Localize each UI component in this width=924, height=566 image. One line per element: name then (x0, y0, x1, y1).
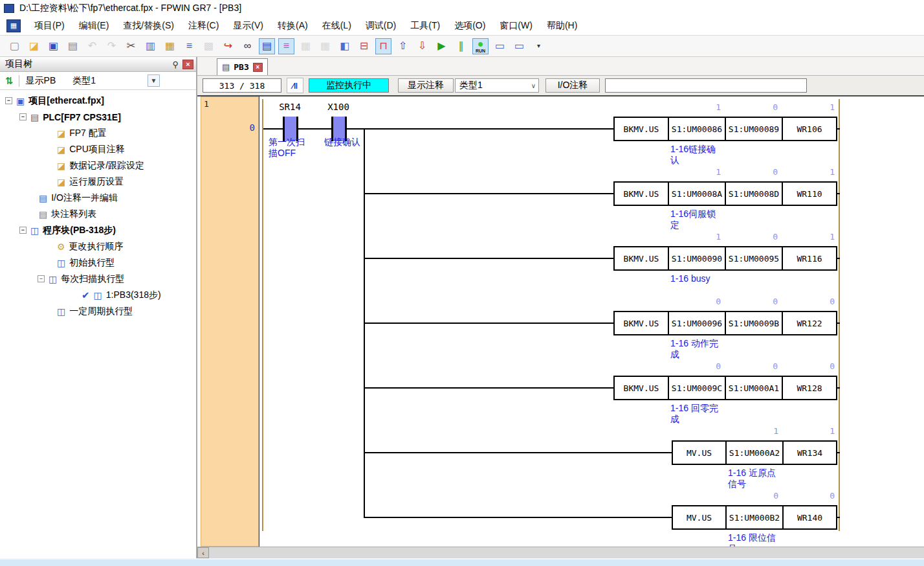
menu-find-replace[interactable]: 查找/替换(S) (116, 17, 181, 34)
operand-cell[interactable]: S1:UM0008A (668, 181, 726, 206)
expander-icon[interactable]: − (19, 113, 27, 120)
jump-icon[interactable]: ↪ (220, 38, 236, 54)
scroll-left-icon[interactable]: ‹ (197, 547, 209, 558)
new-file-icon[interactable]: ▢ (6, 38, 23, 54)
operand-cell[interactable]: S1:UM000B2 (725, 505, 784, 530)
tree-node-program-blocks[interactable]: − ◫ 程序块(PB-318步) (0, 222, 196, 238)
expander-icon[interactable]: − (38, 275, 45, 282)
operand-cell[interactable]: S1:UM00090 (668, 246, 726, 271)
tree-node-change-exec-order[interactable]: ⚙ 更改执行顺序 (0, 238, 196, 255)
monitor-window2-icon[interactable]: ▭ (511, 38, 527, 54)
operand-cell[interactable]: WR106 (782, 117, 837, 141)
horizontal-scrollbar[interactable]: ‹ (197, 547, 924, 558)
grid-icon[interactable]: ▦ (298, 38, 314, 54)
operand-cell[interactable]: S1:UM00095 (725, 246, 783, 271)
operand-cell[interactable]: WR110 (782, 181, 837, 206)
comment-type-select[interactable]: 类型1 ∨ (455, 78, 539, 93)
operand-cell[interactable]: S1:UM000A1 (725, 376, 783, 400)
download-icon[interactable]: ⇩ (414, 38, 430, 54)
project-icon: ▣ (16, 96, 25, 106)
find-icon[interactable]: ∞ (239, 38, 256, 54)
operand-cell[interactable]: WR116 (782, 246, 837, 271)
menu-help[interactable]: 帮助(H) (540, 17, 584, 34)
tree-node-fixed-cycle-exec[interactable]: ◫ 一定周期执行型 (0, 303, 196, 319)
instruction-cell[interactable]: BKMV.US (613, 311, 669, 335)
operand-cell[interactable]: S1:UM000A2 (725, 440, 784, 465)
menu-debug[interactable]: 调试(D) (358, 17, 403, 34)
menu-online[interactable]: 在线(L) (315, 17, 358, 34)
copy-icon[interactable]: ▥ (142, 38, 159, 54)
convert-icon[interactable]: ◧ (336, 38, 353, 54)
operand-cell[interactable]: S1:UM0009B (725, 311, 783, 335)
tree-type-dropdown[interactable]: ▼ (148, 74, 160, 87)
toolbar-more-icon[interactable]: ▾ (531, 38, 547, 54)
comment-input[interactable] (605, 78, 807, 93)
tree-node-fp7-config[interactable]: ◪ FP7 配置 (0, 125, 196, 141)
show-comment-button[interactable]: 显示注释 (398, 78, 454, 93)
instruction-cell[interactable]: BKMV.US (613, 246, 669, 271)
operand-cell[interactable]: S1:UM00086 (668, 117, 726, 141)
instruction-cell[interactable]: MV.US (672, 505, 727, 530)
expander-icon[interactable]: − (5, 97, 12, 104)
io-comment-button[interactable]: I/O注释 (545, 78, 600, 93)
open-file-icon[interactable]: ◪ (26, 38, 42, 54)
run-glasses-icon[interactable]: ▶ (434, 38, 450, 54)
menu-view[interactable]: 显示(V) (226, 17, 270, 34)
menu-options[interactable]: 选项(O) (447, 17, 492, 34)
tree-node-cpu-comment[interactable]: ◪ CPU项目注释 (0, 141, 196, 157)
instruction-cell[interactable]: BKMV.US (613, 181, 669, 206)
upload-icon[interactable]: ⇧ (395, 38, 411, 54)
tab-close-icon[interactable]: × (253, 63, 263, 72)
monitor-window-icon[interactable]: ▭ (492, 38, 508, 54)
pin-icon[interactable]: ⚲ (172, 60, 179, 69)
grid2-icon[interactable]: ▦ (317, 38, 333, 54)
tree-node-run-history[interactable]: ◪ 运行履历设置 (0, 174, 196, 190)
print-icon[interactable]: ▤ (65, 38, 81, 54)
operand-cell[interactable]: S1:UM00089 (725, 117, 783, 141)
operand-cell[interactable]: WR128 (782, 376, 837, 400)
operand-cell[interactable]: WR134 (782, 440, 837, 465)
expander-icon[interactable]: − (19, 227, 27, 234)
cut-icon[interactable]: ✂ (123, 38, 139, 54)
sort-order-icon[interactable]: ⇅ (5, 75, 14, 87)
operand-cell[interactable]: WR122 (782, 311, 837, 335)
operand-cell[interactable]: WR140 (782, 505, 837, 530)
tree-node-project[interactable]: − ▣ 项目[ethercat.fpx] (0, 93, 196, 109)
menu-project[interactable]: 项目(P) (27, 17, 72, 34)
insert-row-icon[interactable]: ≡ (181, 38, 197, 54)
tree-node-plc[interactable]: − ▤ PLC[FP7 CPS31E] (0, 109, 196, 125)
run-mode-icon[interactable]: ● RUN (472, 38, 489, 54)
panel-close-icon[interactable]: × (182, 60, 193, 69)
pause-glasses-icon[interactable]: ∥ (453, 38, 469, 54)
tree-node-label: FP7 配置 (69, 128, 107, 139)
monitor-toggle-icon[interactable]: ∕‖ (287, 78, 303, 93)
instruction-cell[interactable]: MV.US (672, 440, 727, 465)
tree-node-initial-exec[interactable]: ◫ 初始执行型 (0, 255, 196, 271)
tree-node-pb3[interactable]: ✔ ◫ 1:PB3(318步) (0, 287, 196, 303)
clear-device-icon[interactable]: ⊟ (356, 38, 372, 54)
tree-node-every-scan-exec[interactable]: − ◫ 每次扫描执行型 (0, 271, 196, 287)
tree-node-block-comment-list[interactable]: ▤ 块注释列表 (0, 206, 196, 222)
ladder-canvas[interactable]: 1 0 (197, 96, 924, 547)
operand-cell[interactable]: S1:UM0008D (725, 181, 783, 206)
instruction-cell[interactable]: BKMV.US (613, 117, 669, 141)
menu-window[interactable]: 窗口(W) (492, 17, 540, 34)
menu-tools[interactable]: 工具(T) (403, 17, 447, 34)
online-plug-icon[interactable]: ⊓ (375, 38, 391, 54)
undo-icon[interactable]: ↶ (84, 38, 100, 54)
stamp-icon[interactable]: ▩ (201, 38, 217, 54)
tree-node-datalog-trace[interactable]: ◪ 数据记录/跟踪设定 (0, 157, 196, 174)
comment-view-icon[interactable]: ≡ (278, 38, 294, 54)
operand-cell[interactable]: S1:UM0009C (668, 376, 726, 400)
menu-convert[interactable]: 转换(A) (270, 17, 315, 34)
menu-edit[interactable]: 编辑(E) (72, 17, 116, 34)
redo-icon[interactable]: ↷ (104, 38, 120, 54)
menu-comment[interactable]: 注释(C) (181, 17, 226, 34)
tab-pb3[interactable]: ▤ PB3 × (217, 58, 268, 75)
tree-node-io-comment-edit[interactable]: ▤ I/O注释一并编辑 (0, 190, 196, 206)
paste-icon[interactable]: ▦ (162, 38, 178, 54)
save-icon[interactable]: ▣ (45, 38, 61, 54)
ladder-view-icon[interactable]: ▤ (259, 38, 275, 54)
operand-cell[interactable]: S1:UM00096 (668, 311, 726, 335)
instruction-cell[interactable]: BKMV.US (613, 376, 669, 400)
